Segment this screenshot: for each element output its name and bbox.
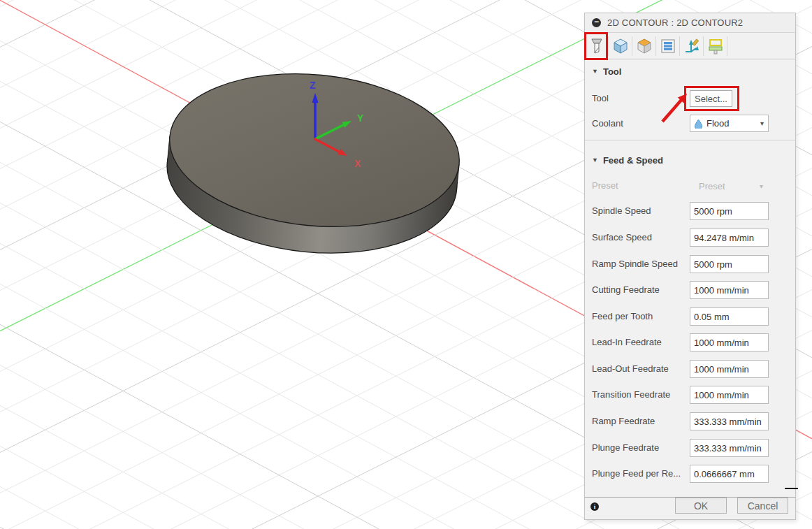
geometry-cube-icon <box>611 37 630 55</box>
linking-icon <box>683 37 701 55</box>
tab-separator <box>727 36 727 56</box>
ramp-feedrate-input[interactable] <box>690 412 769 430</box>
tab-passes[interactable] <box>656 33 679 59</box>
heights-cube-icon <box>635 37 653 55</box>
x-axis-label: X <box>354 158 361 169</box>
dialog-title: 2D CONTOUR : 2D CONTOUR2 <box>607 17 743 28</box>
field-label-plunge-feedrate: Plunge Feedrate <box>592 439 688 457</box>
chevron-down-icon: ▾ <box>760 119 764 127</box>
section-divider <box>585 140 795 140</box>
chevron-down-icon: ▾ <box>760 182 763 190</box>
surface-speed-input[interactable] <box>690 229 769 247</box>
cancel-button[interactable]: Cancel <box>737 498 788 514</box>
field-label-transition-feedrate: Transition Feedrate <box>592 386 688 404</box>
coolant-droplet-icon <box>695 119 702 129</box>
transition-feedrate-input[interactable] <box>690 386 769 404</box>
tab-heights[interactable] <box>632 33 655 59</box>
dialog-header: − 2D CONTOUR : 2D CONTOUR2 <box>585 13 795 33</box>
tab-tool[interactable] <box>585 33 608 59</box>
section-header-tool[interactable]: ▼ Tool <box>592 66 621 77</box>
ramp-spindle-speed-input[interactable] <box>690 255 769 273</box>
z-axis-label: Z <box>310 80 316 91</box>
tool-label: Tool <box>592 90 688 107</box>
spindle-speed-input[interactable] <box>690 202 769 220</box>
lead-out-feedrate-input[interactable] <box>690 360 769 378</box>
field-label-cutting-feedrate: Cutting Feedrate <box>592 281 688 299</box>
dialog-2d-contour: − 2D CONTOUR : 2D CONTOUR2 <box>584 13 796 520</box>
coolant-value: Flood <box>706 118 760 129</box>
tab-stock-contours[interactable] <box>704 33 727 59</box>
lead-in-feedrate-input[interactable] <box>690 333 769 352</box>
preset-value: Preset <box>699 181 725 191</box>
coolant-dropdown[interactable]: Flood ▾ <box>690 115 769 132</box>
field-label-spindle-speed: Spindle Speed <box>592 202 688 220</box>
preset-label: Preset <box>592 177 688 195</box>
resize-handle[interactable] <box>785 488 798 489</box>
field-label-lead-out-feedrate: Lead-Out Feedrate <box>592 360 688 378</box>
field-label-ramp-spindle-speed: Ramp Spindle Speed <box>592 255 688 273</box>
stock-disk-body[interactable] <box>160 61 466 266</box>
field-label-lead-in-feedrate: Lead-In Feedrate <box>592 333 688 352</box>
dialog-tab-bar <box>585 33 795 59</box>
tool-icon <box>588 37 606 55</box>
y-axis-label: Y <box>357 113 364 124</box>
tool-select-button[interactable]: Select... <box>690 90 732 107</box>
info-icon[interactable]: i <box>590 502 599 511</box>
field-label-surface-speed: Surface Speed <box>592 229 688 247</box>
ok-button[interactable]: OK <box>675 498 727 514</box>
collapse-icon[interactable]: − <box>592 18 601 27</box>
preset-dropdown: Preset ▾ <box>699 177 769 195</box>
coolant-label: Coolant <box>592 115 688 132</box>
tab-geometry[interactable] <box>609 33 632 59</box>
plunge-feed-per-rev-input[interactable] <box>690 465 769 483</box>
feed-per-tooth-input[interactable] <box>690 307 769 326</box>
cutting-feedrate-input[interactable] <box>690 281 769 299</box>
section-collapse-icon: ▼ <box>592 157 598 164</box>
section-header-feed-speed[interactable]: ▼ Feed & Speed <box>592 154 663 166</box>
passes-icon <box>659 37 677 55</box>
stock-contours-icon <box>706 37 725 55</box>
section-title: Tool <box>603 66 621 77</box>
tab-linking[interactable] <box>680 33 703 59</box>
section-title: Feed & Speed <box>603 155 663 166</box>
field-label-ramp-feedrate: Ramp Feedrate <box>592 412 688 430</box>
plunge-feedrate-input[interactable] <box>690 439 769 457</box>
field-label-feed-per-tooth: Feed per Tooth <box>592 307 688 326</box>
field-label-plunge-feed-per-rev: Plunge Feed per Re... <box>592 465 688 483</box>
section-collapse-icon: ▼ <box>592 68 598 75</box>
